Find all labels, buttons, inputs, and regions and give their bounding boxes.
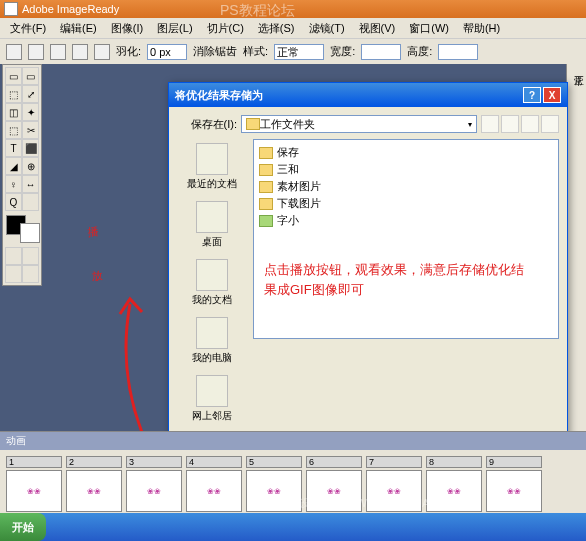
color-swatches[interactable] [6, 215, 40, 243]
hand-tool[interactable]: ↔ [22, 175, 39, 193]
dialog-close-button[interactable]: X [543, 87, 561, 103]
text-tool[interactable]: T [5, 139, 22, 157]
menu-edit[interactable]: 编辑(E) [54, 19, 103, 38]
frame-thumbnail[interactable]: ❀❀ [126, 470, 182, 512]
frame-thumbnail[interactable]: ❀❀ [246, 470, 302, 512]
marquee-int-icon[interactable] [94, 44, 110, 60]
list-item[interactable]: 保存 [258, 144, 554, 161]
marquee-sub-icon[interactable] [72, 44, 88, 60]
nav-views-icon[interactable] [541, 115, 559, 133]
folder-icon [259, 198, 273, 210]
frame-thumbnail[interactable]: ❀❀ [486, 470, 542, 512]
menu-select[interactable]: 选择(S) [252, 19, 301, 38]
frame-number: 3 [126, 456, 182, 468]
menu-file[interactable]: 文件(F) [4, 19, 52, 38]
frame-thumbnail[interactable]: ❀❀ [6, 470, 62, 512]
desktop-icon [196, 201, 228, 233]
style-select[interactable]: 正常 [274, 44, 324, 60]
frame-thumbnail[interactable]: ❀❀ [66, 470, 122, 512]
place-network[interactable]: 网上邻居 [177, 371, 247, 427]
menu-help[interactable]: 帮助(H) [457, 19, 506, 38]
save-in-label: 保存在(I): [177, 117, 237, 132]
frame-thumbnail[interactable]: ❀❀ [306, 470, 362, 512]
folder-icon [259, 181, 273, 193]
menubar: 文件(F) 编辑(E) 图像(I) 图层(L) 切片(C) 选择(S) 滤镜(T… [0, 18, 586, 38]
computer-icon [196, 317, 228, 349]
options-bar: 羽化: 消除锯齿 样式: 正常 宽度: 高度: [0, 38, 586, 64]
shape-tool[interactable]: ⬛ [22, 139, 39, 157]
dialog-titlebar[interactable]: 将优化结果存储为 ? X [169, 83, 567, 107]
frame-thumbnail[interactable]: ❀❀ [366, 470, 422, 512]
app-title: Adobe ImageReady [22, 3, 119, 15]
lasso-tool[interactable]: ⬚ [5, 85, 22, 103]
start-button[interactable]: 开始 [0, 513, 46, 541]
jump-icon[interactable] [22, 265, 39, 283]
move-tool[interactable]: ▭ [22, 67, 39, 85]
save-in-combo[interactable]: 工作文件夹 ▾ [241, 115, 477, 133]
windows-taskbar: 开始 [0, 513, 586, 541]
list-item[interactable]: 下载图片 [258, 195, 554, 212]
recent-icon [196, 143, 228, 175]
file-list[interactable]: 保存 三和 素材图片 下载图片 字小 点击播放按钮，观看效果，满意后存储优化结果… [253, 139, 559, 339]
place-desktop[interactable]: 桌面 [177, 197, 247, 253]
marquee-tool[interactable]: ▭ [5, 67, 22, 85]
menu-filter[interactable]: 滤镜(T) [303, 19, 351, 38]
handwritten-annotation: 播 放 [87, 224, 103, 285]
list-item[interactable]: 三和 [258, 161, 554, 178]
place-recent[interactable]: 最近的文档 [177, 139, 247, 195]
place-mycomputer[interactable]: 我的电脑 [177, 313, 247, 369]
antialias-check[interactable]: 消除锯齿 [193, 44, 237, 59]
preview-browser[interactable] [22, 247, 39, 265]
jump-to-ps[interactable] [5, 265, 22, 283]
app-titlebar: Adobe ImageReady [0, 0, 586, 18]
slice-select-tool[interactable]: ✦ [22, 103, 39, 121]
toggle-tool[interactable] [22, 193, 39, 211]
menu-slice[interactable]: 切片(C) [201, 19, 250, 38]
menu-window[interactable]: 窗口(W) [403, 19, 455, 38]
eyedropper-tool[interactable]: ♀ [5, 175, 22, 193]
marquee-add-icon[interactable] [50, 44, 66, 60]
frame-number: 5 [246, 456, 302, 468]
menu-layer[interactable]: 图层(L) [151, 19, 198, 38]
animation-header[interactable]: 动画 [0, 432, 586, 450]
folder-icon [246, 118, 260, 130]
wand-tool[interactable]: ⤢ [22, 85, 39, 103]
height-input[interactable] [438, 44, 478, 60]
list-item[interactable]: 字小 [258, 212, 554, 229]
tool-preset-icon[interactable] [6, 44, 22, 60]
menu-view[interactable]: 视图(V) [353, 19, 402, 38]
slice-tool[interactable]: ◫ [5, 103, 22, 121]
right-tab[interactable]: 正常 [567, 64, 586, 72]
toolbox: ▭▭ ⬚⤢ ◫✦ ⬚✂ T⬛ ◢⊕ ♀↔ Q [2, 64, 42, 286]
style-label: 样式: [243, 44, 268, 59]
image-map-select-tool[interactable]: ✂ [22, 121, 39, 139]
dialog-help-button[interactable]: ? [523, 87, 541, 103]
mydocs-icon [196, 259, 228, 291]
feather-label: 羽化: [116, 44, 141, 59]
frame-thumbnail[interactable]: ❀❀ [426, 470, 482, 512]
feather-input[interactable] [147, 44, 187, 60]
zoom-tool[interactable]: Q [5, 193, 22, 211]
chevron-down-icon: ▾ [468, 120, 472, 129]
image-map-tool[interactable]: ⬚ [5, 121, 22, 139]
marquee-rect-icon[interactable] [28, 44, 44, 60]
place-mydocs[interactable]: 我的文档 [177, 255, 247, 311]
nav-back-icon[interactable] [481, 115, 499, 133]
background-color[interactable] [20, 223, 40, 243]
list-item[interactable]: 素材图片 [258, 178, 554, 195]
red-annotation-text: 点击播放按钮，观看效果，满意后存储优化结果成GIF图像即可 [264, 260, 524, 299]
frame-number: 7 [366, 456, 422, 468]
preview-mode[interactable] [5, 247, 22, 265]
frame-number: 6 [306, 456, 362, 468]
width-input[interactable] [361, 44, 401, 60]
paint-tool[interactable]: ⊕ [22, 157, 39, 175]
frame-number: 4 [186, 456, 242, 468]
frame-thumbnail[interactable]: ❀❀ [186, 470, 242, 512]
frame-number: 2 [66, 456, 122, 468]
folder-icon [259, 147, 273, 159]
places-bar: 最近的文档 桌面 我的文档 我的电脑 网上邻居 [177, 139, 247, 427]
nav-newfolder-icon[interactable] [521, 115, 539, 133]
nav-up-icon[interactable] [501, 115, 519, 133]
menu-image[interactable]: 图像(I) [105, 19, 149, 38]
tab-rect-tool[interactable]: ◢ [5, 157, 22, 175]
